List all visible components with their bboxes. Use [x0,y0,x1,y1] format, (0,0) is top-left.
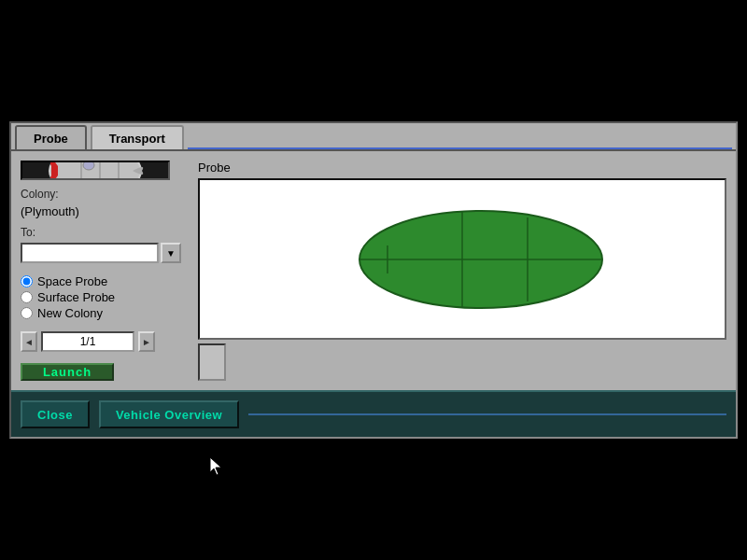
to-select-wrapper: ▼ [21,243,189,263]
radio-space-probe[interactable]: Space Probe [21,274,189,288]
radio-space-probe-label: Space Probe [37,274,107,288]
right-panel: Probe [198,161,726,381]
svg-marker-14 [210,457,221,475]
radio-surface-probe-input[interactable] [21,291,33,303]
tab-bar: Probe Transport [11,123,736,151]
stepper-prev-button[interactable]: ◄ [21,331,37,352]
main-content: Colony: (Plymouth) To: ▼ Space Probe [11,151,736,390]
dialog-window: Probe Transport [9,121,738,439]
cursor-icon [210,457,225,476]
vehicle-overview-button[interactable]: Vehicle Overview [99,400,239,428]
stepper-value: 1/1 [41,331,134,352]
tab-transport[interactable]: Transport [91,125,184,149]
radio-group: Space Probe Surface Probe New Colony [21,274,189,320]
probe-visualization [303,194,621,325]
dropdown-arrow-icon[interactable]: ▼ [161,243,181,263]
probe-small-display [198,343,226,381]
bottom-line [248,413,726,415]
close-button[interactable]: Close [21,400,90,428]
radio-surface-probe[interactable]: Surface Probe [21,290,189,304]
radio-new-colony-label: New Colony [37,306,103,320]
launch-button[interactable]: Launch [21,363,114,381]
ship-preview [21,161,170,180]
stepper-next-button[interactable]: ► [138,331,155,352]
ship-illustration [35,161,156,180]
left-panel: Colony: (Plymouth) To: ▼ Space Probe [21,161,189,381]
bottom-bar: Close Vehicle Overview [11,390,736,437]
radio-new-colony-input[interactable] [21,307,33,319]
svg-point-1 [50,161,140,180]
radio-space-probe-input[interactable] [21,275,33,287]
radio-surface-probe-label: Surface Probe [37,290,115,304]
svg-point-5 [83,161,94,170]
colony-section: Colony: (Plymouth) To: ▼ [21,188,189,263]
colony-label: Colony: [21,188,189,201]
radio-new-colony[interactable]: New Colony [21,306,189,320]
stepper-row: ◄ 1/1 ► [21,331,189,352]
tab-probe[interactable]: Probe [15,125,87,149]
colony-name: (Plymouth) [21,204,189,218]
probe-title: Probe [198,161,726,175]
to-label: To: [21,226,189,239]
to-select[interactable] [21,243,159,263]
tab-line [188,125,732,149]
probe-display [198,178,726,340]
